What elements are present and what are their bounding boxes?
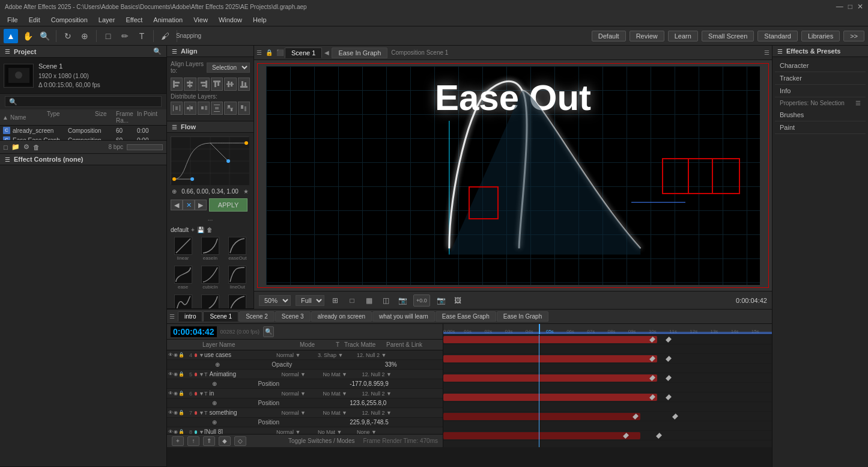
layer-6-expand[interactable]: ▼	[199, 391, 204, 397]
layer-5-mode[interactable]: Normal ▼	[282, 371, 315, 377]
window-controls[interactable]: — □ ✕	[836, 2, 863, 11]
project-item-already-screen[interactable]: C already_screen Composition 60 0:00	[0, 126, 166, 135]
layer-4-solo-icon[interactable]: ◉	[174, 352, 178, 358]
timeline-tab-intro[interactable]: intro	[178, 311, 202, 322]
layer-6-parent[interactable]: 12. Null 2 ▼	[362, 391, 413, 397]
flow-prev-btn[interactable]: ◀	[171, 200, 183, 210]
distribute-top-btn[interactable]	[211, 102, 223, 115]
layer-7-expand[interactable]: ▼	[199, 410, 204, 416]
layer-4-mode[interactable]: Normal ▼	[276, 352, 309, 358]
timeline-timecode[interactable]: 0:00:04:42	[171, 326, 217, 337]
flow-add-preset-btn[interactable]: +	[191, 227, 195, 233]
properties-menu-btn[interactable]: ☰	[855, 100, 861, 106]
hand-tool-btn[interactable]: ✋	[20, 29, 35, 43]
menu-composition[interactable]: Composition	[46, 15, 93, 25]
layer-7-eye-icon[interactable]: 👁	[168, 410, 173, 416]
layer-8-solo-icon[interactable]: ◉	[174, 429, 178, 435]
flow-preset-quadIn[interactable]: quadIn	[201, 295, 219, 309]
layer-6-solo-icon[interactable]: ◉	[174, 391, 178, 397]
layer-7-parent[interactable]: 12. Null 2 ▼	[362, 410, 413, 416]
flow-more-btn[interactable]: ...	[171, 215, 250, 222]
menu-effect[interactable]: Effect	[121, 15, 147, 25]
layer-8-eye-icon[interactable]: 👁	[168, 429, 173, 435]
new-folder-btn[interactable]: 📁	[11, 143, 20, 151]
align-center-h-btn[interactable]	[184, 78, 196, 91]
flow-bezier-graph[interactable]	[171, 136, 249, 185]
layer-5-matte[interactable]: No Mat ▼	[323, 371, 362, 377]
align-right-btn[interactable]	[198, 78, 210, 91]
lift-btn[interactable]: ↑	[187, 436, 199, 446]
flow-preset-ease[interactable]: ease	[174, 266, 192, 290]
distribute-left-btn[interactable]	[171, 102, 183, 115]
project-settings-btn[interactable]: ⚙	[23, 143, 29, 151]
layer-7-matte[interactable]: No Mat ▼	[323, 410, 362, 416]
playhead-line[interactable]	[539, 335, 539, 447]
anchor-tool-btn[interactable]: ⊕	[77, 29, 92, 43]
properties-label[interactable]: Properties: No Selection	[780, 100, 855, 106]
workspace-default-btn[interactable]: Default	[592, 31, 626, 41]
flow-preset-easeIn[interactable]: easeIn	[201, 237, 219, 261]
layer-5-eye-icon[interactable]: 👁	[168, 371, 173, 377]
pen-tool-btn[interactable]: ✏	[118, 29, 132, 43]
menu-animation[interactable]: Animation	[148, 15, 187, 25]
flow-preset-lineOut[interactable]: lineOut	[228, 266, 246, 290]
layer-4-expand[interactable]: ▼	[199, 352, 204, 358]
menu-help[interactable]: Help	[248, 15, 272, 25]
safe-zones-btn[interactable]: □	[346, 295, 358, 307]
flow-preset-cubicIn[interactable]: cubicIn	[201, 266, 219, 290]
project-item-ease-ease[interactable]: C Ease Ease Graph Composition 60 0:00	[0, 135, 166, 140]
show-snapshot-btn[interactable]: 🖼	[452, 295, 464, 307]
menu-edit[interactable]: Edit	[24, 15, 45, 25]
layer-5-solo-icon[interactable]: ◉	[174, 371, 178, 377]
quality-select[interactable]: Full	[296, 295, 324, 306]
new-item-btn[interactable]: □	[4, 144, 8, 151]
workspace-learn-btn[interactable]: Learn	[668, 31, 698, 41]
comp-tab-scene1[interactable]: Scene 1	[285, 47, 322, 58]
transparency-grid-btn[interactable]: ▦	[363, 295, 375, 307]
color-btn[interactable]: +0.0	[413, 295, 430, 307]
select-tool-btn[interactable]: ▲	[4, 29, 18, 43]
flow-save-preset-btn[interactable]: 💾	[197, 227, 204, 233]
comp-tab-ease-in-graph[interactable]: Ease In Graph	[332, 47, 387, 58]
align-to-select[interactable]: Selection	[207, 63, 250, 73]
menu-file[interactable]: File	[2, 15, 23, 25]
toggle-switches-modes-btn[interactable]: Toggle Switches / Modes	[288, 438, 355, 444]
flow-apply-btn[interactable]: APPLY	[209, 198, 247, 212]
flow-next-btn[interactable]: ▶	[195, 200, 207, 210]
brush-tool-btn[interactable]: 🖌	[158, 29, 172, 43]
project-search-input[interactable]	[5, 96, 162, 107]
layer-8-parent[interactable]: None ▼	[357, 429, 408, 435]
3d-ground-btn[interactable]: ◫	[380, 295, 392, 307]
delete-item-btn[interactable]: 🗑	[33, 144, 40, 151]
layer-8-mode[interactable]: Normal ▼	[276, 429, 309, 435]
timeline-tab-ease-in[interactable]: Ease In Graph	[497, 311, 548, 322]
menu-view[interactable]: View	[189, 15, 213, 25]
maximize-btn[interactable]: □	[848, 2, 852, 11]
layer-8-expand[interactable]: ▼	[199, 429, 204, 435]
camera-btn[interactable]: 📷	[396, 295, 408, 307]
align-bottom-btn[interactable]	[238, 78, 250, 91]
layer-5-expand[interactable]: ▼	[199, 371, 204, 377]
workspace-review-btn[interactable]: Review	[630, 31, 664, 41]
rotate-tool-btn[interactable]: ↻	[61, 29, 75, 43]
fit-to-comp-btn[interactable]: ⊞	[329, 295, 341, 307]
layer-4-eye-icon[interactable]: 👁	[168, 352, 173, 358]
layer-8-matte[interactable]: No Mat ▼	[318, 429, 357, 435]
workspace-smallscreen-btn[interactable]: Small Screen	[702, 31, 754, 41]
workspace-standard-btn[interactable]: Standard	[757, 31, 798, 41]
snapshot-btn[interactable]: 📷	[435, 295, 447, 307]
track-bar-6[interactable]	[443, 374, 657, 382]
layer-7-mode[interactable]: Normal ▼	[282, 410, 315, 416]
flow-preset-linear[interactable]: linear	[174, 237, 192, 261]
track-bar-8[interactable]	[443, 413, 640, 420]
layer-5-lock-icon[interactable]: 🔒	[178, 371, 184, 377]
ep-item-brushes[interactable]: Brushes	[775, 109, 866, 121]
track-bar-5[interactable]	[443, 355, 657, 362]
layer-6-mode[interactable]: Normal ▼	[282, 391, 315, 397]
layer-4-parent[interactable]: 12. Null 2 ▼	[357, 352, 408, 358]
flow-preset-quadOut[interactable]: quadOut	[228, 295, 247, 309]
playhead-ruler-indicator[interactable]	[539, 324, 540, 334]
comp-marker-btn[interactable]: ◆	[219, 436, 231, 446]
layer-6-matte[interactable]: No Mat ▼	[323, 391, 362, 397]
snapping-btn[interactable]: Snapping	[181, 29, 196, 43]
